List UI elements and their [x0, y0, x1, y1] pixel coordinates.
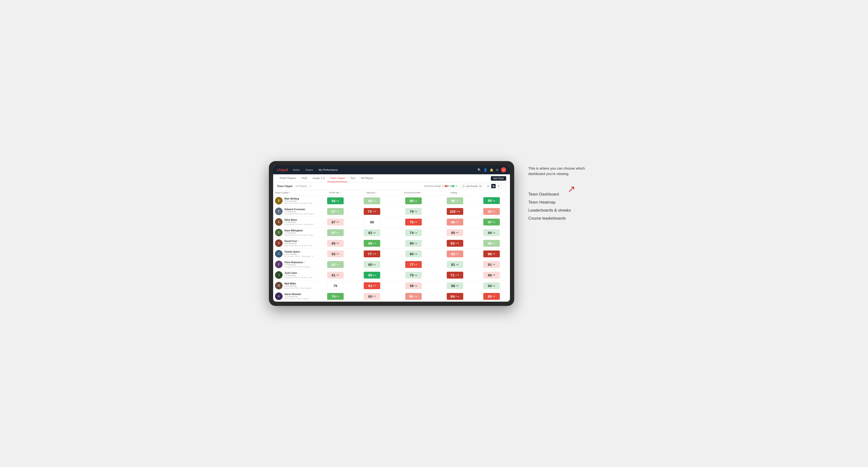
tab-hcaps[interactable]: Hcaps 1-5 [310, 174, 328, 182]
score-cell-2-0: 873▼ [317, 217, 354, 227]
score-box: 601▼ [364, 293, 380, 300]
table-header-row: Player Quality ▾ Off the Tee — Approach … [273, 190, 510, 195]
view-export-btn[interactable]: ↓ [501, 184, 506, 188]
score-value: 86 [451, 220, 455, 224]
player-name[interactable]: Aaron Nicholls [284, 293, 309, 295]
score-value: 75 [410, 220, 414, 224]
score-value: 60 [368, 294, 372, 299]
score-change: 7▲ [373, 242, 376, 244]
add-team-button[interactable]: Add Team [491, 176, 506, 181]
table-row[interactable]: EElliot Ebert1-5 HandicapSunningdale Gol… [273, 217, 510, 227]
score-value: 81 [451, 262, 455, 267]
player-info: Chris Robertson✓1-5 HandicapCraigmillar … [284, 261, 311, 268]
user-icon[interactable]: 👤 [484, 168, 487, 172]
view-grid-btn[interactable]: ⊞ [486, 184, 491, 188]
score-value: 88 [370, 220, 374, 224]
menu-item[interactable]: Leaderboards & streaks [528, 208, 599, 213]
table-row[interactable]: AAaron Nicholls11-15 HandicapDrift Golf … [273, 291, 510, 302]
player-info-wrapper: AAaron Nicholls11-15 HandicapDrift Golf … [273, 291, 317, 302]
score-cell-5-3: 836▼ [437, 249, 473, 259]
score-cell-0-0: 936▲ [317, 195, 354, 206]
table-row[interactable]: BBlair McHargPlus HandicapRoyal North De… [273, 195, 510, 206]
score-box: 923▼ [483, 208, 500, 215]
table-row[interactable]: DDavid Ford✓Plus HandicapRoyal North Dev… [273, 238, 510, 249]
table-row[interactable]: JJosh Coles1-5 HandicapRoyal North Devon… [273, 270, 510, 280]
player-cell-8: MMatt Miller6-10 HandicapWoburn Golf Clu… [273, 280, 317, 291]
score-change: 2▲ [414, 274, 417, 276]
tab-all-players[interactable]: All Players [358, 174, 376, 182]
score-change: 15▲ [456, 210, 460, 213]
player-name[interactable]: Elliot Ebert [284, 219, 315, 221]
tab-pgat-players[interactable]: PGAT Players [277, 174, 299, 182]
menu-item[interactable]: Course leaderboards [528, 216, 599, 221]
score-cell-3-4: 941▲ [473, 227, 510, 238]
score-cell-6-4: 913▼ [473, 259, 510, 270]
score-change: 6▼ [456, 253, 459, 255]
menu-item[interactable]: Team Dashboard [528, 192, 599, 197]
score-value: 73 [368, 210, 372, 214]
player-name[interactable]: Charlie Quick✓ [284, 250, 315, 253]
player-name[interactable]: Edward Crossman [284, 208, 315, 211]
player-name[interactable]: Josh Coles [284, 272, 315, 274]
score-value: 91 [488, 262, 492, 267]
edit-icon[interactable]: ✎ [309, 185, 311, 187]
score-cell-8-4: 943▲ [473, 280, 510, 291]
score-cell-8-3: 882▼ [437, 280, 473, 291]
score-value: 80 [410, 252, 414, 256]
player-club: Sunningdale Golf Club, United Kingdom [284, 213, 315, 215]
nav-my-performance[interactable]: My Performance [318, 168, 339, 171]
player-club: Royal North Devon Golf Club, United King… [284, 202, 315, 204]
score-change: 3▼ [414, 221, 417, 223]
bell-icon[interactable]: 🔔 [490, 168, 493, 172]
team-name: Team Clippd [277, 185, 292, 187]
score-value: 97 [488, 220, 492, 224]
player-name[interactable]: Blair McHarg [284, 197, 315, 200]
player-name[interactable]: Chris Robertson✓ [284, 261, 311, 264]
score-cell-8-1: 613▼ [354, 280, 391, 291]
search-icon[interactable]: 🔍 [477, 168, 481, 172]
score-box: 7311▼ [364, 208, 380, 215]
score-value: 75 [410, 273, 414, 277]
player-club: Drift Golf Club, United Kingdom [284, 298, 309, 300]
view-list-btn[interactable]: ☰ [496, 184, 501, 188]
score-box: 881▼ [447, 197, 463, 204]
score-box: 833▼ [327, 250, 344, 257]
score-box: 958▲ [364, 272, 380, 279]
score-change: 10▼ [455, 242, 459, 244]
table-row[interactable]: CCharlie Quick✓6-10 HandicapSt. George's… [273, 249, 510, 259]
nav-home[interactable]: Home [292, 168, 301, 171]
score-box: 584▲ [405, 282, 422, 289]
table-row[interactable]: EEdward Crossman1-5 HandicapSunningdale … [273, 206, 510, 217]
tab-team-clippd[interactable]: Team Clippd [328, 174, 347, 182]
score-value: 79 [410, 210, 414, 214]
table-row[interactable]: DDave Billingham1-5 HandicapGog Magog Go… [273, 227, 510, 238]
score-change: 3▼ [336, 221, 339, 223]
menu-items-list: Team DashboardTeam HeatmapLeaderboards &… [528, 192, 599, 221]
player-handicap: 1-5 Handicap [284, 221, 315, 223]
player-info-wrapper: JJosh Coles1-5 HandicapRoyal North Devon… [273, 270, 317, 280]
view-heatmap-btn[interactable]: ▦ [491, 184, 496, 188]
score-box: 936▲ [327, 197, 344, 204]
last-rounds-button[interactable]: 📋 Last Rounds: 20 [460, 184, 484, 188]
tab-pga[interactable]: PGA [299, 174, 310, 182]
player-name[interactable]: Matt Miller [284, 282, 312, 285]
player-cell-3: DDave Billingham1-5 HandicapGog Magog Go… [273, 227, 317, 238]
score-cell-7-0: 813▼ [317, 270, 354, 280]
player-cell-7: JJosh Coles1-5 HandicapRoyal North Devon… [273, 270, 317, 280]
settings-icon[interactable]: ⚙ [496, 168, 499, 172]
avatar[interactable]: U [501, 167, 506, 173]
score-change: 21▲ [455, 295, 459, 298]
player-avatar: D [275, 239, 283, 247]
player-handicap: 6-10 Handicap [284, 253, 315, 255]
tab-tour[interactable]: Tour [347, 174, 358, 182]
score-box: 824▲ [364, 229, 380, 236]
player-name[interactable]: David Ford✓ [284, 240, 315, 243]
table-row[interactable]: MMatt Miller6-10 HandicapWoburn Golf Clu… [273, 280, 510, 291]
menu-item[interactable]: Team Heatmap [528, 200, 599, 205]
score-cell-7-4: 892▼ [473, 270, 510, 280]
score-change: 5▲ [493, 221, 495, 223]
nav-teams[interactable]: Teams [305, 168, 314, 171]
player-name[interactable]: Dave Billingham [284, 229, 315, 232]
table-row[interactable]: CChris Robertson✓1-5 HandicapCraigmillar… [273, 259, 510, 270]
tab-bar-right: Add Team [491, 176, 506, 181]
